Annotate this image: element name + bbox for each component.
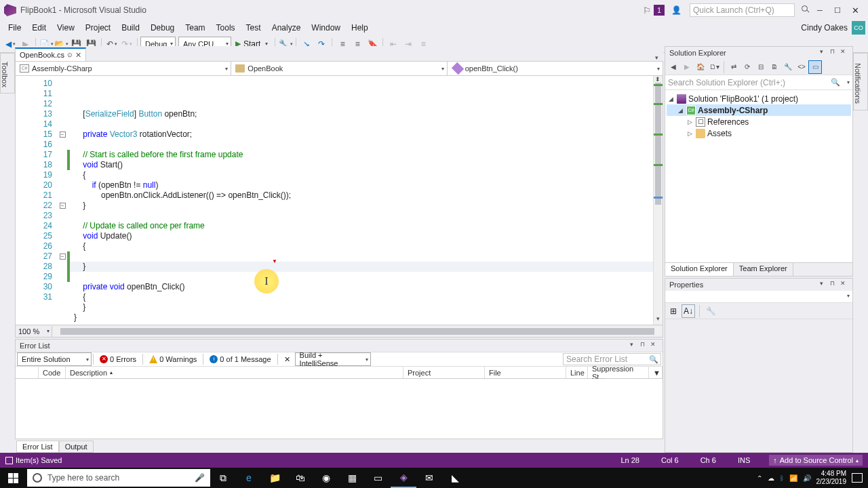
system-tray[interactable]: ⌃ ☁ ᛒ 📶 🔊 4:48 PM2/23/2019 [751, 470, 869, 486]
properties-icon[interactable]: 🔧 [781, 60, 795, 74]
code-editor[interactable]: 1011121314151617181920212223242526272829… [15, 76, 663, 325]
scope-combo[interactable]: Entire Solution [17, 352, 92, 366]
tab-error-list[interactable]: Error List [16, 441, 59, 453]
error-list-title-bar[interactable]: Error List ▾ ⊓ ✕ [16, 340, 663, 352]
taskbar-search[interactable]: Type here to search 🎤 [27, 469, 210, 487]
show-all-icon[interactable]: 🗎 [768, 60, 781, 74]
solution-explorer-title[interactable]: Solution Explorer ▾ ⊓ ✕ [665, 47, 852, 59]
source-control-button[interactable]: ↑ Add to Source Control [769, 455, 863, 466]
preview-icon[interactable]: <> [795, 60, 808, 74]
panel-options-icon[interactable]: ▾ [816, 48, 827, 58]
horizontal-scrollbar[interactable] [54, 327, 661, 336]
edge-icon[interactable]: e [236, 468, 262, 488]
mail-icon[interactable]: ✉ [416, 468, 442, 488]
close-panel-icon[interactable]: ✕ [837, 48, 848, 58]
panel-options-icon[interactable]: ▾ [626, 341, 637, 350]
pin-icon[interactable]: ⊙ [67, 52, 73, 58]
flag-icon[interactable]: ⚐ [643, 5, 651, 16]
close-tab-icon[interactable]: ✕ [75, 51, 81, 60]
mic-icon[interactable]: 🎤 [195, 473, 205, 483]
menu-team[interactable]: Team [180, 22, 210, 34]
project-node[interactable]: ◢C# Assembly-CSharp [667, 104, 851, 116]
alphabetical-icon[interactable]: A↓ [682, 304, 695, 318]
sync-icon[interactable]: ⇄ [727, 60, 741, 74]
bluetooth-icon[interactable]: ᛒ [780, 474, 784, 482]
unity-icon[interactable]: ◣ [442, 468, 468, 488]
property-pages-icon[interactable]: 🔧 [704, 304, 717, 318]
properties-grid[interactable] [665, 319, 852, 452]
menu-project[interactable]: Project [80, 22, 116, 34]
code-content[interactable]: [SerializeField] Button openBtn; private… [70, 76, 653, 325]
view-icon[interactable]: ▭ [808, 60, 822, 74]
error-search-input[interactable]: Search Error List🔍 [563, 353, 661, 365]
notifications-tab[interactable]: Notifications [853, 53, 868, 110]
categorized-icon[interactable]: ⊞ [667, 304, 680, 318]
solution-node[interactable]: ◢ Solution 'FlipBook1' (1 project) [667, 93, 851, 104]
menu-analyze[interactable]: Analyze [267, 22, 307, 34]
back-icon[interactable]: ◀ [667, 60, 680, 74]
scope-icon[interactable]: 🗋▾ [707, 60, 721, 74]
menu-build[interactable]: Build [116, 22, 145, 34]
properties-title[interactable]: Properties ▾ ⊓ ✕ [665, 279, 852, 291]
home-icon[interactable]: 🏠 [694, 60, 707, 74]
vertical-scrollbar[interactable]: ⬍ ▾ [653, 76, 663, 325]
app-icon[interactable]: ▦ [339, 468, 365, 488]
menu-test[interactable]: Test [241, 22, 267, 34]
visual-studio-icon[interactable]: ◈ [391, 468, 416, 488]
pin-icon[interactable]: ⊓ [637, 341, 648, 350]
pin-icon[interactable]: ⊓ [827, 48, 837, 58]
search-icon[interactable] [802, 5, 811, 15]
volume-icon[interactable]: 🔊 [803, 474, 811, 482]
class-combo[interactable]: OpenBook [231, 62, 447, 75]
references-node[interactable]: ▷ References [667, 116, 851, 127]
store-icon[interactable]: 🛍 [288, 468, 313, 488]
chrome-icon[interactable]: ◉ [313, 468, 339, 488]
collapse-icon[interactable]: ⊟ [754, 60, 768, 74]
feedback-icon[interactable]: 👤 [671, 5, 682, 15]
menu-view[interactable]: View [52, 22, 80, 34]
close-panel-icon[interactable]: ✕ [648, 341, 658, 350]
build-intellisense-combo[interactable]: Build + IntelliSense [295, 352, 371, 366]
project-combo[interactable]: C# Assembly-CSharp [16, 62, 231, 75]
member-combo[interactable]: openBtn_Click() [448, 62, 663, 75]
quick-launch-input[interactable]: Quick Launch (Ctrl+Q) [690, 3, 795, 17]
zoom-combo[interactable]: 100 % [16, 326, 52, 337]
errors-filter[interactable]: ✕0 Errors [95, 352, 141, 366]
messages-filter[interactable]: i0 of 1 Message [205, 352, 275, 366]
menu-window[interactable]: Window [306, 22, 346, 34]
col-filter-icon[interactable]: ▼ [649, 367, 663, 378]
close-button[interactable]: ✕ [846, 3, 864, 17]
toolbox-tab[interactable]: Toolbox [0, 53, 15, 94]
scrollbar-thumb[interactable] [655, 83, 661, 205]
tray-up-icon[interactable]: ⌃ [757, 474, 762, 482]
outline-margin[interactable]: −−− [58, 76, 67, 325]
refresh-icon[interactable]: ⟳ [741, 60, 754, 74]
warnings-filter[interactable]: !0 Warnings [144, 352, 201, 366]
folder-node[interactable]: ▷ Assets [667, 127, 851, 139]
tab-output[interactable]: Output [59, 441, 94, 453]
notification-badge[interactable]: 1 [654, 5, 665, 16]
app2-icon[interactable]: ▭ [365, 468, 391, 488]
user-avatar[interactable]: CO [852, 21, 865, 35]
tab-team-explorer[interactable]: Team Explorer [734, 263, 793, 276]
maximize-button[interactable]: ☐ [829, 3, 846, 17]
onedrive-icon[interactable]: ☁ [768, 474, 774, 482]
document-tab[interactable]: OpenBook.cs ⊙ ✕ [15, 47, 86, 61]
user-name[interactable]: Cindy Oakes [801, 23, 848, 33]
menu-tools[interactable]: Tools [211, 22, 241, 34]
error-columns[interactable]: Code Description▴ Project File Line Supp… [16, 367, 663, 379]
fwd-icon[interactable]: ▶ [680, 60, 694, 74]
menu-debug[interactable]: Debug [145, 22, 180, 34]
start-button[interactable] [0, 468, 26, 488]
solution-search-input[interactable]: Search Solution Explorer (Ctrl+;)🔍 [665, 75, 852, 90]
pin-icon[interactable]: ⊓ [827, 280, 837, 289]
scroll-options[interactable]: ▾ [653, 315, 663, 325]
solution-tree[interactable]: ◢ Solution 'FlipBook1' (1 project) ◢C# A… [665, 90, 852, 262]
tab-solution-explorer[interactable]: Solution Explorer [665, 263, 734, 276]
clear-filter-icon[interactable]: ✕ [279, 352, 295, 366]
clock[interactable]: 4:48 PM2/23/2019 [816, 470, 847, 486]
wifi-icon[interactable]: 📶 [789, 474, 797, 482]
explorer-icon[interactable]: 📁 [262, 468, 288, 488]
task-view-icon[interactable]: ⧉ [210, 468, 236, 488]
menu-edit[interactable]: Edit [26, 22, 52, 34]
